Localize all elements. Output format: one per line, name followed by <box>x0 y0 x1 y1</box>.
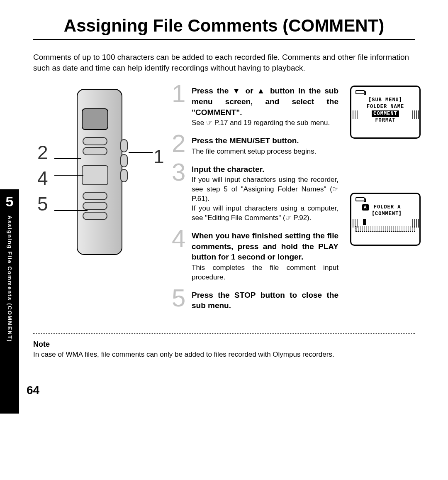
step-number: 4 <box>172 226 185 251</box>
manual-page: Assigning File Comments (COMMENT) Commen… <box>0 0 448 414</box>
up-triangle-icon: ▲ <box>257 86 266 95</box>
steps-column: 1 Press the ▼ or ▲ button in the sub men… <box>162 86 343 318</box>
step-5: 5 Press the STOP button to close the sub… <box>174 290 338 311</box>
lcd-submenu: 【SUB MENU】 FOLDER NAME COMMENT FORMAT <box>350 86 421 139</box>
callout-1: 1 <box>153 144 164 169</box>
lcd-line-folder: FOLDER NAME <box>355 103 415 110</box>
step-number: 3 <box>172 160 185 185</box>
callout-2: 2 <box>37 140 48 165</box>
step-number: 1 <box>172 81 185 106</box>
step-title: When you have finished setting the file … <box>192 230 338 262</box>
step-body: This completes the file comment input pr… <box>192 263 338 282</box>
callout-4: 4 <box>37 165 48 191</box>
callouts-left: 2 4 5 <box>37 140 48 217</box>
note-heading: Note <box>33 340 415 349</box>
battery-icon <box>355 197 365 201</box>
step-body: See ☞ P.17 and 19 regarding the sub menu… <box>192 118 338 128</box>
text-cursor <box>363 219 366 225</box>
lcd-line-format: FORMAT <box>355 117 415 124</box>
lcd-heading: 【SUB MENU】 <box>355 97 415 103</box>
screens-column: 【SUB MENU】 FOLDER NAME COMMENT FORMAT A … <box>350 86 423 300</box>
device-illustration <box>56 86 143 272</box>
page-number: 64 <box>27 384 423 397</box>
step-title: Press the MENU/SET button. <box>192 135 338 146</box>
step-title: Input the character. <box>192 164 338 175</box>
step-2: 2 Press the MENU/SET button. The file co… <box>174 135 338 157</box>
chapter-label: Assigning File Comments (COMMENT) <box>7 216 13 342</box>
lcd-folder-line: FOLDER A <box>374 204 401 210</box>
lcd-input-bar <box>355 226 415 232</box>
step-title: Press the STOP button to close the sub m… <box>192 290 338 311</box>
note-body: In case of WMA files, file comments can … <box>33 350 415 359</box>
step-body: If you will input characters using the r… <box>192 175 338 223</box>
down-triangle-icon: ▼ <box>232 86 241 95</box>
battery-icon <box>355 90 365 94</box>
lcd-comment-line: 【COMMENT】 <box>355 211 415 217</box>
step-number: 2 <box>172 131 185 156</box>
dotted-separator <box>33 333 415 334</box>
lcd-highlight-comment: COMMENT <box>372 110 399 117</box>
chapter-number: 5 <box>6 193 14 210</box>
step-title: Press the ▼ or ▲ button in the sub menu … <box>192 86 338 118</box>
folder-icon: A <box>362 204 369 211</box>
main-area: 5 Assigning File Comments (COMMENT) <box>25 86 423 318</box>
step-number: 5 <box>172 286 185 311</box>
intro-text: Comments of up to 100 characters can be … <box>33 52 415 73</box>
step-4: 4 When you have finished setting the fil… <box>174 230 338 282</box>
lcd-comment-entry: A FOLDER A 【COMMENT】 <box>350 193 421 246</box>
step-body: The file comment setup process begins. <box>192 147 338 157</box>
step-1: 1 Press the ▼ or ▲ button in the sub men… <box>174 86 338 128</box>
callouts-right: 1 <box>153 144 164 169</box>
page-title: Assigning File Comments (COMMENT) <box>25 16 423 36</box>
title-rule <box>33 39 415 40</box>
chapter-tab: 5 Assigning File Comments (COMMENT) <box>0 189 19 414</box>
step-3: 3 Input the character. If you will input… <box>174 164 338 223</box>
callout-5: 5 <box>37 191 48 217</box>
